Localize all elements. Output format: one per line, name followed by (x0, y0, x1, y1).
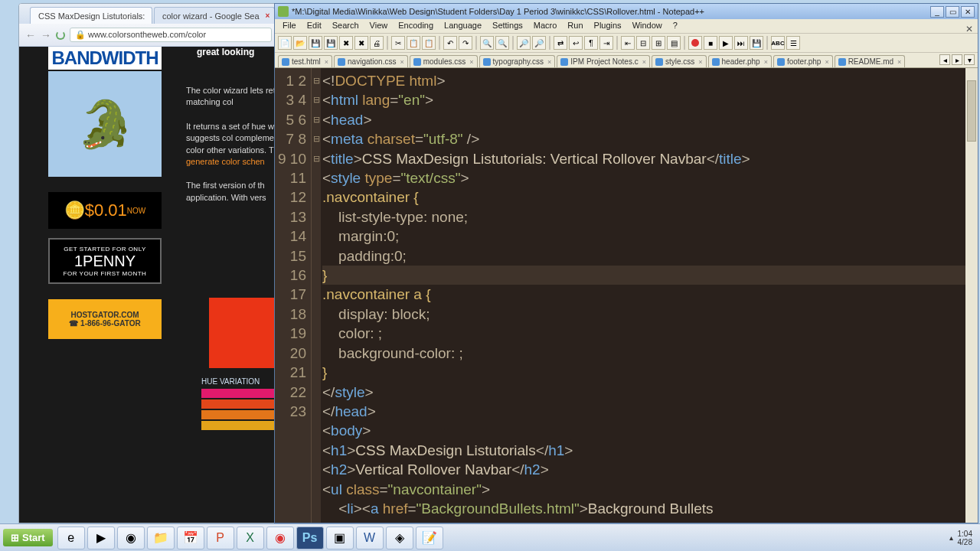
zoomin-icon[interactable]: 🔎 (517, 36, 531, 50)
playmulti-icon[interactable]: ⏭ (734, 36, 748, 50)
task-lightroom-icon[interactable]: ◈ (386, 527, 413, 549)
redo-icon[interactable]: ↷ (459, 36, 472, 50)
record-icon[interactable] (688, 36, 702, 50)
guides-icon[interactable]: ▤ (667, 36, 681, 50)
close-icon[interactable]: × (400, 58, 403, 66)
menu-window[interactable]: Window (628, 19, 667, 33)
start-button[interactable]: ⊞ Start (3, 529, 53, 546)
spell-icon[interactable]: ABC (771, 36, 785, 50)
tab-list-icon[interactable]: ▾ (964, 54, 975, 65)
close-icon[interactable]: × (547, 58, 551, 66)
tab-prev-icon[interactable]: ◂ (939, 54, 950, 65)
zoomout-icon[interactable]: 🔎 (532, 36, 546, 50)
menu-plugins[interactable]: Plugins (590, 19, 626, 33)
code-editor[interactable]: 1 2 3 4 5 6 7 8 9 10 11 12 13 14 15 16 1… (275, 68, 978, 523)
reload-icon[interactable] (56, 31, 65, 40)
close-icon[interactable]: × (469, 58, 473, 66)
titlebar[interactable]: *M:\Digital Media\Winikka\Web Design\Stu… (275, 4, 978, 19)
task-chrome-icon[interactable]: ◉ (117, 527, 145, 549)
task-word-icon[interactable]: W (356, 527, 384, 549)
wordwrap-icon[interactable]: ↩ (569, 36, 583, 50)
task-calendar-icon[interactable]: 📅 (177, 527, 204, 549)
stop-icon[interactable]: ■ (704, 36, 717, 50)
tray-expand-icon[interactable]: ▴ (949, 533, 953, 542)
hostgator-box[interactable]: HOSTGATOR.COM ☎ 1-866-96-GATOR (48, 299, 162, 339)
url-input[interactable]: 🔒 www.colorsontheweb.com/color (70, 28, 272, 42)
fold-icon[interactable]: ⊟ (636, 36, 650, 50)
open-icon[interactable]: 📂 (293, 36, 307, 50)
file-tab[interactable]: header.php× (708, 55, 772, 67)
menu-macro[interactable]: Macro (529, 19, 562, 33)
tab-next-icon[interactable]: ▸ (952, 54, 962, 65)
doclist-icon[interactable]: ☰ (786, 36, 800, 50)
close-icon[interactable]: × (266, 11, 270, 20)
task-ie-icon[interactable]: е (57, 527, 85, 549)
outdent-icon[interactable]: ⇤ (621, 36, 635, 50)
task-explorer-icon[interactable]: 📁 (147, 527, 175, 549)
save-icon[interactable]: 💾 (309, 36, 322, 50)
task-cmd-icon[interactable]: ▣ (326, 527, 354, 549)
back-icon[interactable]: ← (25, 29, 36, 41)
vertical-scrollbar[interactable] (965, 68, 978, 523)
browser-tab-css[interactable]: CSS MaxDesign Listutorials:× (30, 7, 152, 24)
savemacro-icon[interactable]: 💾 (750, 36, 763, 50)
task-powerpoint-icon[interactable]: P (207, 527, 234, 549)
indent-icon[interactable]: ⇥ (599, 36, 613, 50)
close-icon[interactable]: × (897, 58, 901, 66)
color-swatch[interactable] (209, 298, 279, 368)
browser-tab-google[interactable]: color wizard - Google Sea× (154, 7, 275, 24)
hue-bar[interactable] (201, 410, 279, 419)
allchars-icon[interactable]: ¶ (584, 36, 598, 50)
close-icon[interactable]: × (642, 58, 646, 66)
system-tray[interactable]: ▴ 1:04 4/28 (949, 530, 977, 546)
date[interactable]: 4/28 (958, 538, 972, 546)
scheme-link[interactable]: generate color schen (186, 157, 265, 166)
scroll-thumb[interactable] (967, 80, 976, 142)
secondary-close-icon[interactable]: ✕ (965, 24, 973, 34)
task-media-icon[interactable]: ▶ (87, 527, 115, 549)
close-icon[interactable]: × (151, 11, 152, 20)
menu-settings[interactable]: Settings (488, 19, 528, 33)
print-icon[interactable]: 🖨 (370, 36, 384, 50)
close-icon[interactable]: × (825, 58, 828, 66)
code-area[interactable]: <!DOCTYPE html> <html lang="en"> <head> … (321, 68, 978, 523)
menu-search[interactable]: Search (328, 19, 364, 33)
task-record-icon[interactable]: ◉ (266, 527, 294, 549)
close-button[interactable]: ✕ (961, 6, 975, 18)
cut-icon[interactable]: ✂ (391, 36, 405, 50)
file-tab[interactable]: modules.css× (410, 55, 478, 67)
undo-icon[interactable]: ↶ (443, 36, 457, 50)
close-icon[interactable]: × (325, 58, 328, 66)
find-icon[interactable]: 🔍 (480, 36, 494, 50)
file-tab[interactable]: test.html× (278, 55, 332, 67)
file-tab[interactable]: navigation.css× (334, 55, 408, 67)
file-tab[interactable]: README.md× (835, 55, 906, 67)
hue-bar[interactable] (201, 389, 279, 398)
file-tab[interactable]: footer.php× (773, 55, 833, 67)
new-icon[interactable]: 📄 (278, 36, 292, 50)
fold-column[interactable]: ⊟ ⊟ ⊟ ⊟ ⊟ (312, 68, 321, 523)
task-excel-icon[interactable]: X (237, 527, 264, 549)
replace-icon[interactable]: 🔍 (495, 36, 509, 50)
clock[interactable]: 1:04 (958, 530, 972, 538)
hue-bar[interactable] (201, 399, 279, 409)
menu-run[interactable]: Run (563, 19, 587, 33)
menu-help[interactable]: ? (668, 19, 682, 33)
file-tab[interactable]: IPM Project Notes.c× (557, 55, 650, 67)
menu-file[interactable]: File (278, 19, 301, 33)
close-icon[interactable]: × (698, 58, 702, 66)
close-tab-icon[interactable]: ✖ (339, 36, 353, 50)
task-notepadpp-icon[interactable]: 📝 (416, 527, 443, 549)
task-photoshop-icon[interactable]: Ps (296, 527, 324, 549)
menu-encoding[interactable]: Encoding (394, 19, 438, 33)
saveall-icon[interactable]: 💾 (324, 36, 338, 50)
file-tab[interactable]: style.css× (652, 55, 707, 67)
unfold-icon[interactable]: ⊞ (652, 36, 665, 50)
closeall-icon[interactable]: ✖ (354, 36, 368, 50)
maximize-button[interactable]: ▭ (946, 6, 959, 18)
menu-language[interactable]: Language (439, 19, 486, 33)
file-tab[interactable]: typography.css× (479, 55, 556, 67)
sync-icon[interactable]: ⇄ (554, 36, 567, 50)
menu-view[interactable]: View (365, 19, 393, 33)
minimize-button[interactable]: _ (930, 6, 944, 18)
